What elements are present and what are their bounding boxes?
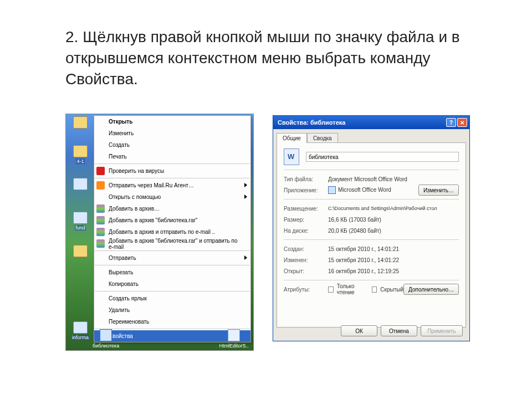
menu-separator: [95, 250, 250, 251]
menu-item-label: Печать: [109, 154, 127, 160]
menu-item-label: Добавить в архив и отправить по e-mail .…: [109, 229, 215, 235]
hidden-checkbox[interactable]: [372, 287, 377, 293]
submenu-arrow-icon: [244, 183, 247, 187]
cancel-button[interactable]: Отмена: [381, 325, 417, 336]
prop-label: Размер:: [284, 217, 328, 223]
desktop-shortcut-selected[interactable]: библиотека: [93, 329, 119, 349]
desktop-icon[interactable]: [69, 178, 91, 197]
menu-item-label: Открыть с помощью: [109, 194, 161, 200]
prop-label: Открыт:: [284, 268, 328, 274]
submenu-arrow-icon: [244, 255, 247, 260]
menu-item[interactable]: Печать: [94, 151, 250, 162]
prop-value: 16,6 КБ (17003 байт): [328, 217, 459, 223]
menu-item[interactable]: Добавить в архив "библиотека.rar": [94, 214, 250, 226]
prop-value: 16 октября 2010 г., 12:19:25: [328, 268, 459, 274]
desktop-icon[interactable]: informa: [69, 321, 91, 341]
menu-item-label: Открыть: [109, 119, 132, 125]
menu-item-label: Копировать: [109, 281, 139, 287]
menu-item[interactable]: Добавить в архив и отправить по e-mail .…: [94, 226, 250, 238]
desktop-context-menu-screenshot: 4-1 fund informa ОткрытьИзменитьСоздатьП…: [65, 114, 254, 351]
menu-item[interactable]: Открыть с помощью: [94, 191, 250, 203]
desktop-icon[interactable]: [69, 116, 91, 135]
prop-label: Приложение:: [284, 187, 328, 193]
apply-button[interactable]: Применить: [421, 325, 463, 336]
desktop-shortcut[interactable]: HtmlEditorS..: [218, 329, 250, 349]
menu-item[interactable]: Вырезать: [94, 267, 250, 278]
menu-item[interactable]: Открыть: [94, 116, 250, 127]
prop-label: Тип файла:: [284, 176, 328, 182]
dialog-titlebar[interactable]: Свойства: библиотека ? ✕: [273, 116, 469, 129]
submenu-arrow-icon: [244, 195, 247, 199]
readonly-checkbox[interactable]: [328, 287, 334, 293]
menu-item-label: Добавить в архив…: [109, 206, 160, 212]
rar-icon: [96, 204, 105, 213]
rar-icon: [96, 239, 105, 248]
menu-separator: [95, 291, 250, 291]
menu-item[interactable]: Отправить: [94, 252, 250, 264]
desktop-icon-label: informa: [71, 335, 89, 340]
menu-separator: [95, 178, 250, 178]
desktop-shortcut-label: HtmlEditorS..: [219, 343, 248, 349]
menu-item[interactable]: Добавить в архив…: [94, 203, 250, 214]
menu-separator: [95, 265, 250, 265]
menu-item-label: Создать ярлык: [109, 295, 147, 301]
menu-item-label: Добавить в архив "библиотека.rar": [109, 217, 197, 223]
menu-item[interactable]: Переименовать: [94, 316, 250, 328]
menu-item[interactable]: Отправить через Mail.Ru Агент…: [94, 180, 250, 191]
desktop-shortcut-label: библиотека: [93, 343, 119, 349]
file-properties-dialog: Свойства: библиотека ? ✕ Общие Сводка Ти…: [273, 115, 470, 341]
advanced-button[interactable]: Дополнительно…: [403, 284, 459, 295]
tab-general[interactable]: Общие: [277, 133, 307, 143]
prop-value: Документ Microsoft Office Word: [328, 176, 459, 182]
dialog-title: Свойства: библиотека: [278, 119, 345, 126]
menu-item-label: Отправить через Mail.Ru Агент…: [109, 182, 194, 188]
word-app-icon: [328, 186, 336, 194]
desktop-icon-label: 4-1: [76, 158, 84, 164]
tab-strip: Общие Сводка: [273, 129, 469, 142]
prop-label: Изменен:: [284, 257, 328, 263]
desktop-icon[interactable]: fund: [69, 212, 91, 232]
word-doc-icon: [100, 329, 112, 341]
tab-summary[interactable]: Сводка: [307, 133, 338, 143]
help-button[interactable]: ?: [446, 118, 456, 127]
menu-item[interactable]: Удалить: [94, 304, 250, 316]
menu-item[interactable]: Создать ярлык: [94, 293, 250, 304]
slide-instruction-text: 2. Щёлкнув правой кнопкой мыши по значку…: [65, 27, 499, 89]
context-menu: ОткрытьИзменитьСоздатьПечатьПроверить на…: [94, 115, 251, 342]
prop-label: На диске:: [284, 228, 328, 234]
menu-item-label: Проверить на вирусы: [109, 168, 164, 174]
prop-label: Создан:: [284, 246, 328, 252]
tab-panel-general: Тип файла: Документ Microsoft Office Wor…: [277, 142, 466, 328]
prop-label: Атрибуты:: [284, 287, 328, 293]
desktop-icon[interactable]: [69, 245, 91, 264]
menu-separator: [95, 163, 250, 164]
filename-input[interactable]: [306, 152, 459, 162]
prop-value: C:\Documents and Settings\Admin\Рабочий …: [328, 206, 459, 211]
m-icon: [96, 181, 105, 190]
menu-item[interactable]: Изменить: [94, 127, 250, 139]
word-document-icon: [284, 149, 299, 165]
prop-value: 20,0 КБ (20480 байт): [328, 228, 459, 234]
close-button[interactable]: ✕: [457, 118, 467, 127]
prop-value: 15 октября 2010 г., 14:01:22: [328, 257, 459, 263]
menu-item-label: Отправить: [109, 255, 136, 261]
menu-item-label: Создать: [109, 142, 130, 148]
hidden-label: Скрытый: [380, 287, 403, 293]
menu-item-label: Удалить: [109, 307, 130, 313]
prop-value: 15 октября 2010 г., 14:01:21: [328, 246, 459, 252]
desktop-icon[interactable]: 4-1: [69, 145, 91, 165]
menu-item[interactable]: Создать: [94, 139, 250, 151]
change-app-button[interactable]: Изменить…: [418, 185, 459, 196]
menu-item-label: Изменить: [109, 130, 134, 136]
rar-icon: [96, 216, 105, 224]
ok-button[interactable]: ОК: [341, 325, 377, 336]
menu-item-label: Добавить в архив "библиотека.rar" и отпр…: [109, 238, 243, 250]
menu-item[interactable]: Копировать: [94, 278, 250, 290]
rar-icon: [96, 228, 105, 236]
html-editor-icon: [228, 329, 240, 341]
menu-item[interactable]: Проверить на вирусы: [94, 165, 250, 177]
k-icon: [96, 167, 105, 175]
menu-item-label: Переименовать: [109, 319, 149, 325]
menu-item-label: Вырезать: [109, 269, 133, 275]
menu-item[interactable]: Добавить в архив "библиотека.rar" и отпр…: [94, 238, 250, 249]
